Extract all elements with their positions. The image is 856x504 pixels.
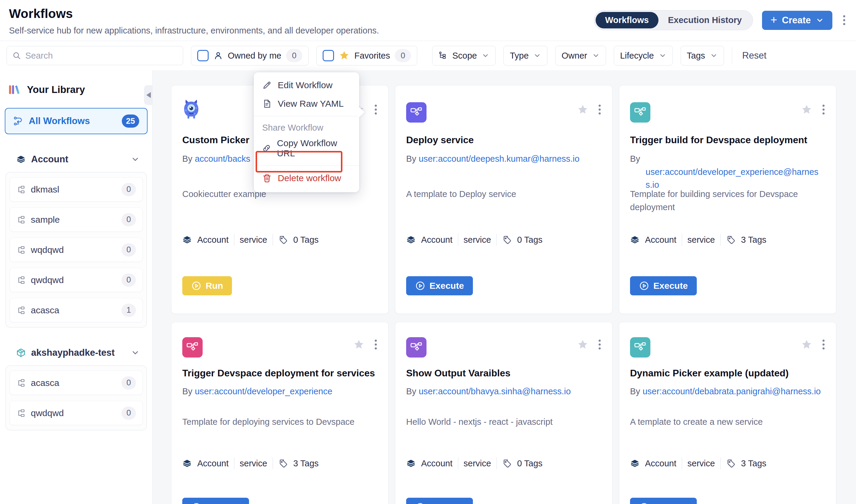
- author-link[interactable]: user:account/developer_experience@harnes…: [646, 167, 819, 190]
- sidebar-group-Account[interactable]: Account: [0, 151, 152, 168]
- menu-item-delete-workflow[interactable]: Delete workflow: [254, 169, 359, 187]
- card-kebab-icon[interactable]: [597, 103, 602, 116]
- author-link[interactable]: account/backs: [195, 154, 250, 163]
- author-link[interactable]: user:account/developer_experience: [195, 386, 332, 396]
- owned-by-me-checkbox[interactable]: [197, 50, 209, 61]
- tag-icon: [278, 458, 288, 468]
- sidebar-item-count: 0: [121, 273, 136, 287]
- owned-by-me-count: 0: [286, 49, 302, 62]
- sidebar-item-dkmasl[interactable]: dkmasl 0: [10, 177, 143, 201]
- favorite-star-icon[interactable]: [577, 339, 588, 350]
- sidebar-item-qwdqwd[interactable]: qwdqwd 0: [10, 401, 143, 425]
- favorites-count: 0: [395, 49, 411, 62]
- scope-value: Account: [645, 458, 677, 468]
- sidebar-group-items: acasca 0 qwdqwd 0: [5, 365, 147, 430]
- favorites-filter[interactable]: Favorites 0: [316, 46, 417, 66]
- divider: [234, 457, 234, 469]
- run-button[interactable]: Run: [182, 276, 232, 295]
- search-input[interactable]: [25, 51, 177, 61]
- search-box[interactable]: [6, 46, 183, 65]
- menu-item-edit-workflow[interactable]: Edit Workflow: [254, 76, 359, 94]
- share-workflow-section-label: Share Workflow: [254, 119, 359, 134]
- content: Your Library All Workflows 25 Account dk…: [0, 70, 856, 504]
- sidebar-collapse-button[interactable]: [144, 85, 153, 105]
- execute-button[interactable]: Execute: [630, 276, 697, 295]
- header-kebab-icon[interactable]: [841, 14, 847, 27]
- author-link[interactable]: user:account/debabrata.panigrahi@harness…: [643, 386, 821, 396]
- view-toggle: Workflows Execution History: [594, 10, 753, 30]
- tab-execution-history[interactable]: Execution History: [658, 12, 752, 29]
- layers-icon: [182, 458, 192, 468]
- workflow-title: Trigger build for Devspace deployment: [630, 134, 825, 146]
- execute-button[interactable]: Execute: [182, 498, 249, 504]
- sidebar-group: Account dkmasl 0 sample 0 wqdqwd 0 qwdqw…: [0, 151, 152, 328]
- all-workflows-label: All Workflows: [29, 116, 116, 126]
- tag-icon: [502, 458, 512, 468]
- workflow-author: By user:account/deepesh.kumar@harness.io: [406, 152, 598, 166]
- sidebar-item-acasca[interactable]: acasca 1: [10, 298, 143, 322]
- create-button[interactable]: + Create: [762, 11, 832, 30]
- lifecycle-dropdown[interactable]: Lifecycle: [614, 46, 673, 66]
- sidebar-group-akshayphadke-test[interactable]: akshayphadke-test: [0, 344, 152, 361]
- reset-button[interactable]: Reset: [740, 50, 769, 61]
- tag-icon: [278, 235, 288, 245]
- chevron-down-icon: [659, 52, 667, 59]
- chevron-down-icon: [710, 52, 718, 59]
- favorite-star-icon[interactable]: [353, 339, 364, 350]
- execute-button[interactable]: Execute: [406, 276, 473, 295]
- all-workflows-count-badge: 25: [122, 114, 139, 128]
- workflow-meta: Account service 0 Tags: [406, 234, 543, 246]
- card-kebab-icon[interactable]: [597, 338, 602, 351]
- owner-dropdown[interactable]: Owner: [555, 46, 606, 66]
- monster-icon: [181, 98, 202, 121]
- sidebar-item-sample[interactable]: sample 0: [10, 208, 143, 232]
- favorites-checkbox[interactable]: [323, 50, 334, 61]
- workflow-tile-icon: [406, 102, 427, 123]
- card-action-label: Execute: [653, 502, 688, 504]
- workflow-card: Trigger build for Devspace deployment By…: [619, 85, 836, 314]
- tags-value: 0 Tags: [517, 235, 543, 245]
- layers-icon: [406, 235, 416, 245]
- library-header: Your Library: [0, 70, 152, 96]
- tab-workflows[interactable]: Workflows: [596, 12, 658, 29]
- favorite-star-icon[interactable]: [801, 104, 812, 115]
- sidebar-item-all-workflows[interactable]: All Workflows 25: [5, 108, 148, 134]
- card-kebab-icon[interactable]: [373, 338, 379, 351]
- workflow-card: Deploy service By user:account/deepesh.k…: [395, 85, 612, 314]
- sidebar-item-label: acasca: [31, 378, 116, 388]
- card-kebab-icon[interactable]: [821, 103, 826, 116]
- plus-icon: +: [770, 14, 777, 25]
- workflow-meta: Account service 3 Tags: [630, 457, 767, 469]
- chevron-down-icon: [816, 16, 824, 24]
- type-dropdown[interactable]: Type: [503, 46, 547, 66]
- lifecycle-label: Lifecycle: [620, 51, 654, 61]
- author-link[interactable]: user:account/deepesh.kumar@harness.io: [419, 154, 579, 163]
- sidebar-item-acasca[interactable]: acasca 0: [10, 371, 143, 395]
- scope-dropdown[interactable]: Scope: [432, 46, 496, 66]
- favorite-star-icon[interactable]: [577, 104, 588, 115]
- execute-button[interactable]: Execute: [630, 498, 697, 504]
- sidebar-item-qwdqwd[interactable]: qwdqwd 0: [10, 268, 143, 292]
- menu-item-copy-workflow-url[interactable]: Copy Workflow URL: [254, 134, 359, 163]
- library-icon: [8, 84, 20, 96]
- author-link[interactable]: user:account/bhavya.sinha@harness.io: [419, 386, 571, 396]
- execute-button[interactable]: Execute: [406, 498, 473, 504]
- scope-value: Account: [197, 235, 229, 245]
- divider: [732, 47, 732, 64]
- hierarchy-icon: [439, 51, 447, 60]
- tags-dropdown[interactable]: Tags: [681, 46, 724, 66]
- sidebar-item-label: sample: [31, 215, 116, 225]
- type-label: Type: [510, 51, 529, 61]
- sidebar-item-wqdqwd[interactable]: wqdqwd 0: [10, 238, 143, 262]
- owned-by-me-filter[interactable]: Owned by me 0: [191, 46, 309, 66]
- workflow-tile-icon: [182, 337, 203, 358]
- group-name: Account: [31, 154, 125, 165]
- type-value: service: [464, 458, 491, 468]
- card-kebab-icon[interactable]: [821, 338, 826, 351]
- sidebar-group-items: dkmasl 0 sample 0 wqdqwd 0 qwdqwd 0 acas…: [5, 172, 147, 328]
- scope-value: Account: [421, 235, 452, 245]
- favorite-star-icon[interactable]: [801, 339, 812, 350]
- menu-item-view-raw-yaml[interactable]: View Raw YAML: [254, 94, 359, 113]
- tags-value: 0 Tags: [517, 458, 543, 468]
- card-kebab-icon[interactable]: [373, 103, 379, 116]
